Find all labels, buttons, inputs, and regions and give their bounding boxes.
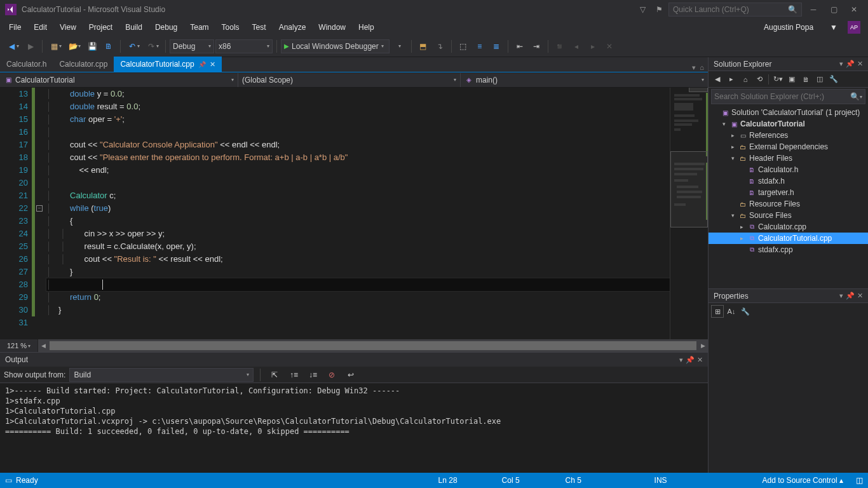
code-line[interactable]: │ char oper = '+'; [46, 113, 670, 126]
tree-row[interactable]: ▾🗀Header Files [709, 152, 868, 164]
user-name[interactable]: Augustin Popa [757, 20, 820, 34]
code-line[interactable]: │ [46, 126, 670, 139]
split-grip[interactable] [689, 88, 708, 92]
minimize-button[interactable]: ─ [804, 3, 822, 17]
solution-explorer-search-input[interactable] [714, 92, 850, 101]
code-line[interactable]: │ │ cout << "Result is: " << result << e… [46, 253, 670, 266]
nav-back-button[interactable]: ◀▾ [4, 39, 22, 54]
se-refresh-icon[interactable]: ↻▾ [771, 73, 784, 86]
code-line[interactable]: │ << endl; [46, 164, 670, 177]
code-text[interactable]: │ double y = 0.0;│ double result = 0.0;│… [44, 88, 670, 339]
hscroll-left[interactable]: ◀ [38, 341, 48, 351]
debug-target-button[interactable]: ▾ [392, 39, 407, 54]
props-wrench-icon[interactable]: 🔧 [739, 305, 752, 318]
open-file-button[interactable]: 📂▾ [65, 39, 83, 54]
solution-platform-combo[interactable]: x86▾ [215, 39, 273, 53]
hscroll-thumb[interactable] [50, 341, 696, 350]
panel-pin-icon[interactable]: 📌 [846, 292, 855, 300]
tree-twisty-icon[interactable]: ▾ [720, 121, 728, 127]
output-source-combo[interactable]: Build▾ [69, 368, 254, 382]
outlining-margin[interactable]: − [35, 88, 44, 339]
panel-menu-icon[interactable]: ▾ [839, 60, 843, 68]
step-into-button[interactable]: ↴ [432, 39, 447, 54]
tree-row[interactable]: 🗎stdafx.h [709, 175, 868, 187]
undo-button[interactable]: ↶▾ [125, 39, 142, 54]
se-show-all-icon[interactable]: 🗎 [799, 73, 812, 86]
code-line[interactable]: │ double y = 0.0; [46, 88, 670, 100]
fold-toggle[interactable]: − [36, 205, 43, 212]
redo-button[interactable]: ↷▾ [144, 39, 161, 54]
tree-row[interactable]: 🗎Calculator.h [709, 164, 868, 175]
menu-project[interactable]: Project [83, 20, 119, 34]
hscroll-track[interactable] [48, 341, 698, 351]
user-chevron-down-icon[interactable]: ▼ [824, 20, 844, 34]
se-properties-icon[interactable]: 🔧 [827, 73, 840, 86]
tree-row[interactable]: ⧉stdafx.cpp [709, 244, 868, 255]
clear-output-button[interactable]: ⊘ [324, 367, 339, 383]
tree-row[interactable]: ▣Solution 'CalculatorTutorial' (1 projec… [709, 107, 868, 118]
code-line[interactable]: │ cout << "Please enter the operation to… [46, 151, 670, 164]
menu-window[interactable]: Window [312, 20, 352, 34]
se-forward-icon[interactable]: ▸ [725, 73, 738, 86]
props-alphabetical-icon[interactable]: A↓ [725, 305, 738, 318]
code-line[interactable]: │ return 0; [46, 291, 670, 304]
notification-flag-icon[interactable]: ⚑ [652, 3, 666, 17]
menu-help[interactable]: Help [352, 20, 381, 34]
menu-debug[interactable]: Debug [149, 20, 184, 34]
code-line[interactable]: │ │ result = c.Calculate(x, oper, y); [46, 240, 670, 253]
next-message-button[interactable]: ↓≡ [305, 367, 320, 383]
nav-forward-button[interactable]: ▶ [23, 39, 38, 54]
new-project-button[interactable]: ▦▾ [46, 39, 64, 54]
solution-explorer-search[interactable]: 🔍▾ [711, 89, 865, 104]
save-all-button[interactable]: 🗎 [101, 39, 116, 54]
menu-team[interactable]: Team [184, 20, 215, 34]
comment-button[interactable]: ≡ [472, 39, 487, 54]
se-back-icon[interactable]: ◀ [711, 73, 724, 86]
start-debugger-button[interactable]: ▶ Local Windows Debugger ▾ [281, 39, 390, 53]
find-message-button[interactable]: ⇱ [267, 367, 282, 383]
toggle-word-wrap-button[interactable]: ↩ [343, 367, 358, 383]
tree-row[interactable]: ▾▣CalculatorTutorial [709, 118, 868, 130]
clear-bookmarks-button[interactable]: ✕ [602, 39, 617, 54]
decrease-indent-button[interactable]: ⇤ [512, 39, 527, 54]
tab-home-button[interactable]: ⌂ [700, 64, 704, 72]
menu-test[interactable]: Test [246, 20, 273, 34]
solution-explorer-tree[interactable]: ▣Solution 'CalculatorTutorial' (1 projec… [709, 105, 868, 288]
tree-row[interactable]: ▸🗀External Dependencies [709, 141, 868, 152]
se-sync-icon[interactable]: ⟲ [753, 73, 766, 86]
close-button[interactable]: ✕ [845, 3, 863, 17]
code-line[interactable]: │ [46, 278, 670, 291]
prev-message-button[interactable]: ↑≡ [286, 367, 301, 383]
code-line[interactable]: │ while (true) [46, 202, 670, 215]
panel-close-icon[interactable]: ✕ [857, 60, 863, 68]
scope-dropdown[interactable]: (Global Scope) ▾ [238, 73, 461, 87]
code-minimap[interactable] [670, 88, 708, 339]
panel-close-icon[interactable]: ✕ [857, 292, 863, 300]
tree-row[interactable]: ▸⧉Calculator.cpp [709, 221, 868, 233]
quick-launch-input[interactable] [673, 5, 785, 14]
member-dropdown[interactable]: ◈ main() ▾ [461, 73, 708, 87]
tree-twisty-icon[interactable]: ▸ [729, 144, 736, 150]
output-text[interactable]: 1>------ Build started: Project: Calcula… [0, 383, 708, 473]
tree-twisty-icon[interactable]: ▸ [738, 224, 745, 230]
code-line[interactable]: │ { [46, 215, 670, 227]
code-line[interactable]: │ │ cin >> x >> oper >> y; [46, 227, 670, 240]
props-categorized-icon[interactable]: ⊞ [711, 305, 724, 318]
se-preview-icon[interactable]: ◫ [813, 73, 826, 86]
status-publish-icon[interactable]: ◫ [856, 476, 863, 485]
status-source-control[interactable]: Add to Source Control ▴ [763, 476, 843, 485]
bookmark-button[interactable]: ◾ [552, 39, 567, 54]
se-collapse-icon[interactable]: ▣ [785, 73, 798, 86]
editor-tab[interactable]: Calculator.cpp [53, 57, 114, 72]
zoom-combo[interactable]: 121 %▾ [0, 339, 38, 352]
menu-file[interactable]: File [3, 20, 27, 34]
panel-pin-icon[interactable]: 📌 [686, 356, 695, 364]
code-line[interactable]: │ } [46, 304, 670, 316]
hscroll-right[interactable]: ▶ [698, 341, 708, 351]
tree-twisty-icon[interactable]: ▸ [738, 235, 745, 241]
filter-icon[interactable]: ▽ [635, 3, 649, 17]
menu-analyze[interactable]: Analyze [273, 20, 313, 34]
menu-view[interactable]: View [53, 20, 83, 34]
code-line[interactable]: │ cout << "Calculator Console Applicatio… [46, 139, 670, 151]
menu-edit[interactable]: Edit [27, 20, 53, 34]
